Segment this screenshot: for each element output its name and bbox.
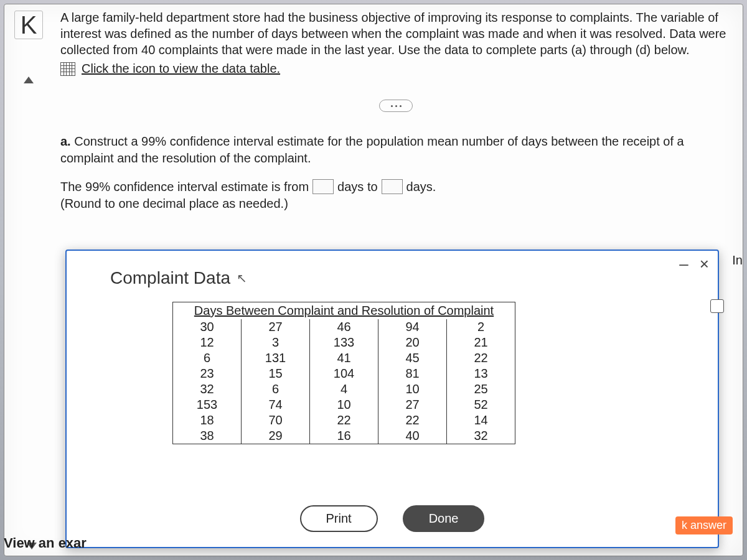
modal-buttons: Print Done: [67, 505, 718, 532]
question-page: K A large family-held department store h…: [4, 4, 743, 556]
answer-badge[interactable]: k answer: [675, 516, 733, 534]
part-a-label: a.: [60, 134, 71, 148]
table-row: 15374102752: [173, 397, 515, 413]
ci-lower-input[interactable]: [312, 179, 334, 194]
complaint-data-table: Days Between Complaint and Resolution of…: [172, 302, 515, 444]
scroll-up-icon[interactable]: [24, 77, 34, 83]
part-a-text: a. Construct a 99% confidence interval e…: [60, 133, 731, 167]
minimize-icon[interactable]: –: [679, 254, 688, 274]
modal-title: Complaint Data: [110, 268, 230, 288]
ci-upper-input[interactable]: [382, 179, 403, 194]
ci-prefix: The 99% confidence interval estimate is …: [60, 180, 309, 194]
cropped-text-fragment: In: [732, 253, 743, 268]
table-row: 23151048113: [173, 366, 515, 381]
ci-sentence: The 99% confidence interval estimate is …: [60, 179, 731, 194]
left-toolbar: K: [9, 11, 48, 83]
done-button[interactable]: Done: [403, 505, 485, 532]
table-icon[interactable]: [60, 62, 75, 76]
table-header: Days Between Complaint and Resolution of…: [173, 302, 515, 320]
view-example-link[interactable]: View an exar: [4, 535, 87, 551]
data-table-link-row: Click the icon to view the data table.: [60, 62, 731, 76]
close-icon[interactable]: ×: [700, 254, 709, 274]
modal-controls: – ×: [679, 254, 709, 274]
first-page-icon[interactable]: K: [14, 11, 43, 39]
table-row: 32641025: [173, 381, 515, 397]
table-row: 1231332021: [173, 335, 515, 350]
more-icon[interactable]: [379, 100, 413, 112]
print-button[interactable]: Print: [300, 505, 378, 532]
data-table-link[interactable]: Click the icon to view the data table.: [82, 62, 280, 76]
ci-suffix: days.: [406, 180, 436, 194]
table-row: 3829164032: [173, 428, 515, 444]
copy-icon[interactable]: [710, 299, 724, 313]
table-row: 6131414522: [173, 350, 515, 366]
round-note: (Round to one decimal place as needed.): [60, 197, 731, 211]
table-row: 1870222214: [173, 413, 515, 428]
data-table-wrap: Days Between Complaint and Resolution of…: [172, 302, 699, 444]
part-a-body: Construct a 99% confidence interval esti…: [60, 134, 684, 165]
modal-title-row: Complaint Data ↖: [110, 268, 699, 288]
complaint-data-modal: – × Complaint Data ↖ Days Between Compla…: [65, 250, 719, 548]
ci-mid: days to: [337, 180, 377, 194]
table-row: 302746942: [173, 319, 515, 335]
cursor-icon: ↖: [237, 271, 247, 286]
problem-text: A large family-held department store had…: [60, 9, 731, 58]
